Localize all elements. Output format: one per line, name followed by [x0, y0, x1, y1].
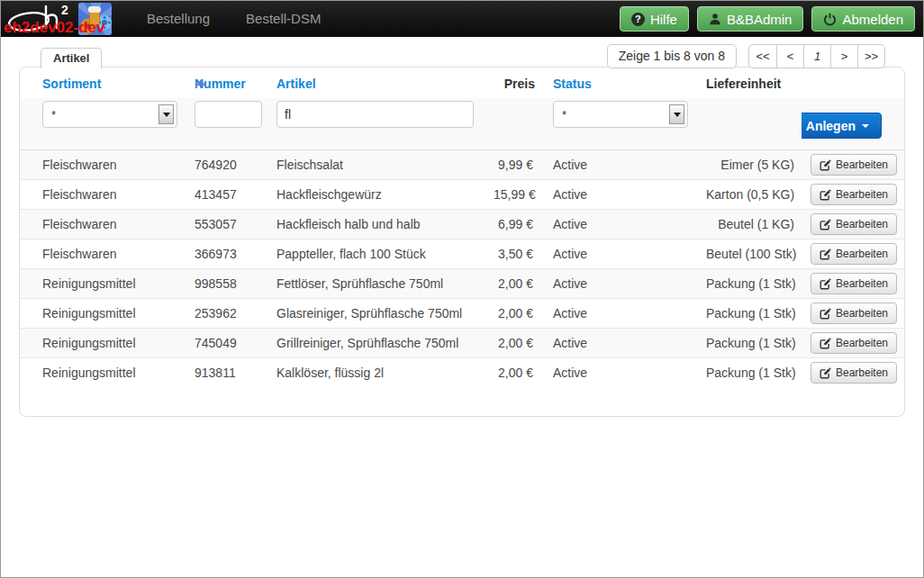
sort-ascending-icon [196, 79, 205, 86]
bearbeiten-button-label: Bearbeiten [836, 218, 888, 230]
edit-icon [820, 367, 831, 379]
nav-item-bestellung[interactable]: Bestellung [129, 1, 228, 37]
sortiment-filter-select[interactable]: * [42, 101, 177, 128]
cell-artikel: Pappteller, flach 100 Stück [267, 239, 485, 269]
cell-liefereinheit: Packung (1 Stk) [697, 299, 802, 329]
bearbeiten-button-label: Bearbeiten [836, 158, 888, 171]
pagination-current-page[interactable]: 1 [803, 45, 830, 68]
column-header-sortiment[interactable]: Sortiment [20, 68, 186, 98]
cell-preis: 2,00 € [485, 299, 544, 329]
cell-preis: 2,00 € [485, 329, 544, 358]
abmelden-button[interactable]: Abmelden [811, 6, 915, 32]
cell-sortiment: Reinigungsmittel [20, 329, 186, 358]
cell-artikel: Hackfleisch halb und halb [267, 210, 485, 239]
bearbeiten-button[interactable]: Bearbeiten [811, 332, 897, 354]
chevron-down-icon[interactable] [159, 104, 174, 124]
bearbeiten-button[interactable]: Bearbeiten [811, 243, 897, 265]
chevron-down-icon[interactable] [669, 104, 684, 124]
cell-nummer: 913811 [186, 358, 267, 388]
bearbeiten-button[interactable]: Bearbeiten [811, 154, 897, 176]
nav-item-bestell-dsm[interactable]: Bestell-DSM [228, 1, 339, 37]
cell-sortiment: Reinigungsmittel [20, 299, 186, 329]
environment-label: eh2dev02-dev [4, 19, 104, 37]
hilfe-button[interactable]: ? Hilfe [620, 6, 689, 32]
cell-sortiment: Reinigungsmittel [20, 358, 186, 388]
pagination-next-button[interactable]: > [830, 45, 857, 68]
artikel-table: Sortiment Nummer Artikel Preis Status Li… [20, 68, 904, 387]
bearbeiten-button[interactable]: Bearbeiten [811, 184, 897, 205]
account-button[interactable]: B&BAdmin [697, 6, 804, 32]
column-header-artikel[interactable]: Artikel [267, 68, 485, 98]
power-icon [823, 13, 837, 26]
cell-status: Active [544, 299, 697, 329]
pagination-controls: << < 1 > >> [748, 44, 885, 68]
edit-icon [820, 189, 831, 201]
bearbeiten-button-label: Bearbeiten [836, 337, 888, 349]
cell-status: Active [544, 210, 697, 239]
question-icon: ? [631, 13, 645, 26]
cell-artikel: Kalklöser, flüssig 2l [267, 358, 485, 388]
pagination-first-button[interactable]: << [749, 45, 776, 68]
cell-artikel: Fleischsalat [267, 150, 485, 180]
cell-artikel: Fettlöser, Sprühflasche 750ml [267, 269, 485, 299]
status-filter-select[interactable]: * [553, 101, 688, 128]
edit-icon [820, 219, 831, 230]
cell-nummer: 413457 [186, 180, 267, 210]
cell-liefereinheit: Beutel (1 KG) [697, 210, 802, 239]
edit-icon [820, 308, 831, 320]
table-row: Fleischwaren 553057 Hackfleisch halb und… [20, 210, 904, 239]
account-button-label: B&BAdmin [727, 12, 793, 27]
cell-status: Active [544, 150, 697, 180]
cell-preis: 2,00 € [485, 269, 544, 299]
cell-liefereinheit: Karton (0,5 KG) [697, 180, 802, 210]
anlegen-button-label: Anlegen [806, 119, 856, 133]
bearbeiten-button-label: Bearbeiten [836, 307, 888, 320]
brand[interactable]: 2 eh2dev02-dev [1, 1, 114, 37]
bearbeiten-button[interactable]: Bearbeiten [811, 362, 897, 384]
cell-sortiment: Reinigungsmittel [20, 269, 186, 299]
cell-sortiment: Fleischwaren [20, 239, 186, 269]
artikel-filter-input[interactable] [276, 101, 474, 128]
artikel-panel: Artikel Zeige 1 bis 8 von 8 << < 1 > >> … [19, 67, 905, 417]
cell-liefereinheit: Packung (1 Stk) [697, 269, 802, 299]
cell-status: Active [544, 269, 697, 299]
bearbeiten-button-label: Bearbeiten [836, 366, 888, 379]
cell-nummer: 998558 [186, 269, 267, 299]
sortiment-filter-value: * [51, 108, 56, 122]
bearbeiten-button-label: Bearbeiten [836, 188, 888, 201]
hilfe-button-label: Hilfe [650, 12, 677, 27]
user-icon [709, 13, 721, 25]
pagination-summary: Zeige 1 bis 8 von 8 [607, 44, 737, 68]
main-nav: Bestellung Bestell-DSM [129, 1, 339, 37]
cell-artikel: Grillreiniger, Sprühflasche 750ml [267, 329, 485, 358]
cell-liefereinheit: Packung (1 Stk) [697, 329, 802, 358]
tab-artikel[interactable]: Artikel [41, 48, 102, 68]
cell-preis: 3,50 € [485, 239, 544, 269]
anlegen-button[interactable]: Anlegen [802, 113, 882, 139]
table-row: Reinigungsmittel 998558 Fettlöser, Sprüh… [20, 269, 904, 299]
cell-liefereinheit: Packung (1 Stk) [697, 358, 802, 388]
cell-nummer: 745049 [186, 329, 267, 358]
bearbeiten-button[interactable]: Bearbeiten [811, 273, 897, 294]
table-row: Fleischwaren 764920 Fleischsalat 9,99 € … [20, 150, 904, 180]
pagination-prev-button[interactable]: < [776, 45, 803, 68]
bearbeiten-button[interactable]: Bearbeiten [811, 213, 897, 235]
edit-icon [820, 248, 831, 260]
nummer-filter-input[interactable] [195, 101, 262, 128]
column-header-actions [802, 68, 904, 98]
cell-sortiment: Fleischwaren [20, 210, 186, 239]
table-row: Reinigungsmittel 913811 Kalklöser, flüss… [20, 358, 904, 388]
edit-icon [820, 278, 831, 290]
table-body: Fleischwaren 764920 Fleischsalat 9,99 € … [20, 150, 904, 388]
cell-artikel: Glasreiniger, Sprühflasche 750ml [267, 299, 485, 329]
cell-sortiment: Fleischwaren [20, 180, 186, 210]
pagination-last-button[interactable]: >> [857, 45, 884, 68]
cell-status: Active [544, 329, 697, 358]
topbar: 2 eh2dev02-dev Bestellung Bestell-DSM ? … [1, 1, 923, 37]
cell-preis: 2,00 € [485, 358, 544, 388]
cell-preis: 9,99 € [485, 150, 544, 180]
column-header-status[interactable]: Status [544, 68, 697, 98]
status-filter-value: * [562, 108, 566, 122]
cell-preis: 6,99 € [485, 210, 544, 239]
bearbeiten-button[interactable]: Bearbeiten [811, 303, 897, 324]
